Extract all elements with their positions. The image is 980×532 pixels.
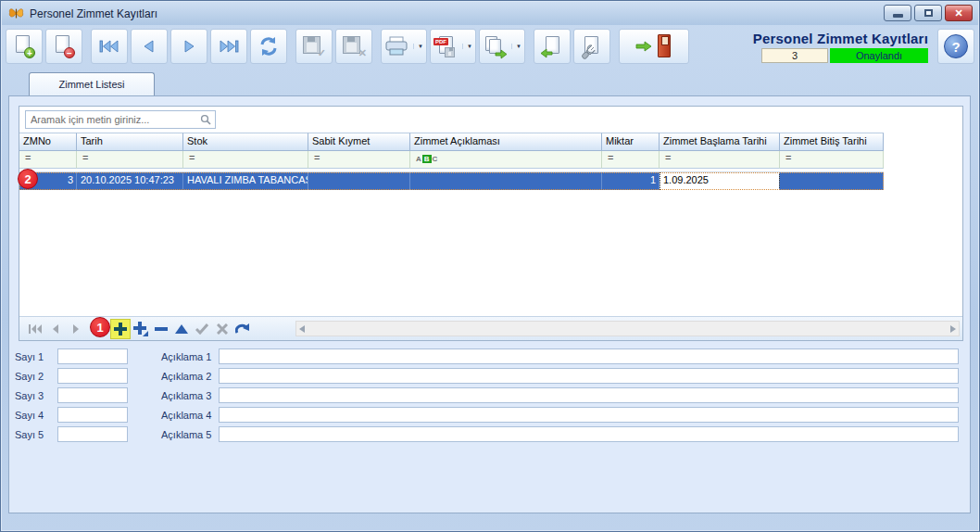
form-row-4: Sayı 4 Açıklama 4: [15, 407, 959, 423]
sayi-3-input[interactable]: [57, 387, 128, 403]
nav-append-button[interactable]: [110, 319, 131, 339]
filter-cell-contains[interactable]: ABC: [410, 151, 602, 169]
new-record-button[interactable]: +: [6, 29, 43, 64]
cell-bitis-tarihi[interactable]: [780, 172, 884, 190]
tab-zimmet-listesi[interactable]: Zimmet Listesi: [29, 72, 155, 95]
pdf-dropdown-icon[interactable]: ▼: [462, 44, 472, 49]
nav-refresh-button[interactable]: [232, 319, 253, 339]
aciklama-1-input[interactable]: [219, 348, 959, 364]
scroll-right-icon[interactable]: [949, 324, 957, 334]
toolbar: + −: [6, 27, 974, 66]
column-header[interactable]: Miktar: [602, 133, 660, 151]
sayi-5-label: Sayı 5: [15, 429, 57, 440]
sayi-2-input[interactable]: [57, 368, 128, 384]
import-button[interactable]: [534, 29, 571, 64]
nav-next-button[interactable]: [66, 319, 86, 339]
aciklama-2-input[interactable]: [219, 368, 959, 384]
form-row-1: Sayı 1 Açıklama 1: [15, 348, 959, 364]
column-header[interactable]: Zimmet Bitiş Tarihi: [780, 133, 884, 151]
aciklama-4-input[interactable]: [219, 407, 959, 423]
filter-cell[interactable]: =: [780, 151, 884, 169]
form-title: Personel Zimmet Kayıtları: [753, 31, 928, 46]
delete-document-icon: −: [53, 34, 75, 58]
copy-dropdown-icon[interactable]: ▼: [511, 44, 521, 49]
maximize-icon: [924, 9, 933, 17]
nav-edit-button[interactable]: [171, 319, 192, 339]
column-header[interactable]: ZMNo: [19, 133, 77, 151]
records-grid: ZMNo Tarih Stok Sabit Kıymet Zimmet Açık…: [19, 106, 963, 341]
save-button[interactable]: ✓: [295, 29, 333, 64]
filter-cell[interactable]: =: [19, 151, 77, 169]
cell-stok[interactable]: HAVALI ZIMBA TABANCASI: [183, 172, 308, 190]
nav-insert-button[interactable]: [131, 319, 151, 339]
grid-filter-row: = = = = ABC = = =: [19, 151, 962, 169]
filter-cell[interactable]: =: [602, 151, 660, 169]
copy-export-button[interactable]: ▼: [479, 29, 525, 64]
search-input[interactable]: [25, 110, 216, 129]
annotation-step-2: 2: [18, 169, 38, 189]
nav-delete-button[interactable]: [151, 319, 171, 339]
help-icon: ?: [944, 34, 968, 58]
column-header[interactable]: Zimmet Başlama Tarihi: [660, 133, 780, 151]
nav-prev-button[interactable]: [45, 319, 66, 339]
cell-zimmet-aciklamasi[interactable]: [410, 172, 602, 190]
maximize-button[interactable]: [914, 5, 942, 21]
cell-baslama-tarihi-editor[interactable]: 1.09.2025: [660, 172, 780, 190]
form-header: Personel Zimmet Kayıtları 3 Onaylandı: [753, 31, 928, 63]
exit-door-icon: [635, 34, 672, 58]
filter-cell[interactable]: =: [308, 151, 410, 169]
last-record-button[interactable]: [210, 29, 247, 64]
refresh-button[interactable]: [250, 29, 287, 64]
annotation-step-1: 1: [90, 317, 110, 337]
print-button[interactable]: ▼: [381, 29, 427, 64]
exit-button[interactable]: [619, 29, 689, 64]
save-close-button[interactable]: ✕: [335, 29, 372, 64]
filter-cell[interactable]: =: [183, 151, 308, 169]
close-button[interactable]: ✕: [945, 5, 973, 21]
nav-first-button[interactable]: [25, 319, 45, 339]
column-header[interactable]: Zimmet Açıklaması: [410, 133, 602, 151]
previous-record-button[interactable]: [131, 29, 168, 64]
filter-cell[interactable]: =: [660, 151, 780, 169]
detail-form: Sayı 1 Açıklama 1 Sayı 2 Açıklama 2 Sayı…: [15, 348, 959, 446]
filter-cell[interactable]: =: [77, 151, 183, 169]
aciklama-1-label: Açıklama 1: [161, 351, 219, 362]
cell-sabit-kiymet[interactable]: [308, 172, 410, 190]
horizontal-scrollbar[interactable]: [295, 321, 960, 336]
scroll-left-icon[interactable]: [298, 324, 306, 334]
close-icon: ✕: [954, 7, 962, 19]
aciklama-3-input[interactable]: [219, 387, 959, 403]
grid-header-row: ZMNo Tarih Stok Sabit Kıymet Zimmet Açık…: [19, 133, 962, 151]
pdf-export-button[interactable]: PDF ▼: [430, 29, 476, 64]
sayi-1-input[interactable]: [57, 348, 128, 364]
print-dropdown-icon[interactable]: ▼: [413, 44, 423, 49]
minus-icon: [155, 326, 168, 332]
minimize-button[interactable]: [884, 5, 911, 21]
printer-icon: [384, 36, 408, 57]
first-record-button[interactable]: [91, 29, 128, 64]
sayi-4-input[interactable]: [57, 407, 128, 423]
help-button[interactable]: ?: [937, 29, 974, 64]
cell-tarih[interactable]: 20.10.2025 10:47:23: [77, 172, 183, 190]
aciklama-3-label: Açıklama 3: [161, 390, 219, 401]
check-icon: [195, 323, 208, 335]
aciklama-5-label: Açıklama 5: [161, 429, 219, 440]
delete-record-button[interactable]: −: [45, 29, 82, 64]
save-cancel-icon: ✕: [342, 35, 366, 57]
table-row-selected[interactable]: 3 20.10.2025 10:47:23 HAVALI ZIMBA TABAN…: [19, 172, 884, 190]
next-record-button[interactable]: [170, 29, 207, 64]
sayi-5-input[interactable]: [57, 426, 128, 442]
titlebar[interactable]: Personel Zimmet Kayıtları ✕: [2, 2, 978, 25]
aciklama-5-input[interactable]: [219, 426, 959, 442]
column-header[interactable]: Stok: [183, 133, 308, 151]
nav-first-icon: [28, 323, 44, 335]
nav-cancel-button[interactable]: [212, 319, 232, 339]
column-header[interactable]: Sabit Kıymet: [308, 133, 410, 151]
column-header[interactable]: Tarih: [77, 133, 183, 151]
nav-post-button[interactable]: [192, 319, 212, 339]
next-record-icon: [182, 39, 196, 54]
sayi-3-label: Sayı 3: [15, 390, 57, 401]
cell-miktar[interactable]: 1: [602, 172, 660, 190]
form-row-5: Sayı 5 Açıklama 5: [15, 426, 959, 442]
grid-settings-button[interactable]: [573, 29, 610, 64]
